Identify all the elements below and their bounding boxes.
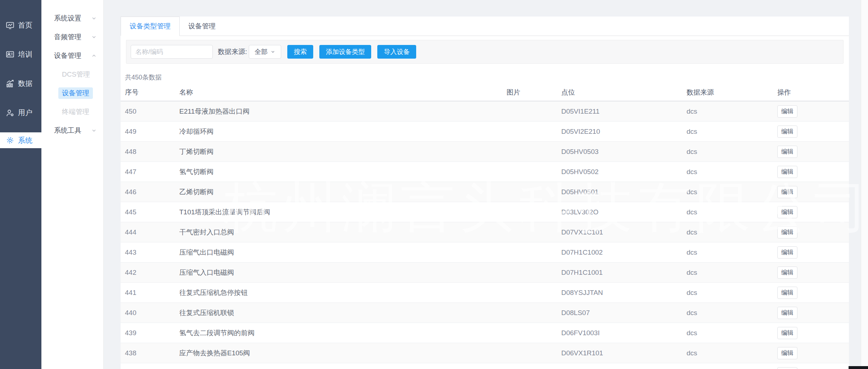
edit-button[interactable]: 编辑 (777, 186, 797, 198)
cell-source: dcs (687, 188, 777, 196)
edit-button[interactable]: 编辑 (777, 246, 797, 259)
table-row: 438 应产物去换热器E105阀 D06VX1R101 dcs 编辑 (121, 343, 849, 363)
edit-button[interactable]: 编辑 (777, 367, 797, 369)
sidebar-item-label: 培训 (18, 50, 32, 59)
menu-item-terminal-management[interactable]: 终端管理 (41, 102, 103, 121)
edit-button[interactable]: 编辑 (777, 327, 797, 339)
cell-point: D07H1C1001 (561, 269, 687, 277)
cell-no: 445 (125, 208, 179, 216)
edit-button[interactable]: 编辑 (777, 266, 797, 279)
cell-point: D05HV0501 (561, 188, 687, 196)
edit-button[interactable]: 编辑 (777, 287, 797, 299)
cell-source: dcs (687, 148, 777, 156)
cell-point: D05HV0502 (561, 168, 687, 176)
table-row: 447 氢气切断阀 D05HV0502 dcs 编辑 (121, 162, 849, 182)
chevron-down-icon (270, 49, 275, 54)
table-row: 440 往复式压缩机联锁 D08LS07 dcs 编辑 (121, 303, 849, 323)
search-button[interactable]: 搜索 (287, 45, 313, 59)
data-source-select[interactable]: 全部 (249, 45, 281, 59)
sidebar-item-system[interactable]: 系统 (0, 132, 41, 148)
chevron-down-icon (91, 15, 97, 21)
menu-item-audio-management[interactable]: 音频管理 (41, 28, 103, 46)
cell-point: D05VI2E210 (561, 128, 687, 136)
horizontal-scrollbar-thumb[interactable] (849, 366, 868, 369)
menu-item-device-management[interactable]: 设备管理 (41, 46, 103, 65)
sidebar-item-label: 数据 (18, 79, 32, 88)
tab-device-management[interactable]: 设备管理 (180, 17, 224, 36)
cell-no: 449 (125, 128, 179, 136)
cell-name: 往复式压缩机急停按钮 (179, 288, 507, 297)
cell-name: 压缩气出口电磁阀 (179, 248, 507, 257)
add-device-type-button[interactable]: 添加设备类型 (319, 45, 371, 59)
sidebar-item-data[interactable]: 数据 (0, 69, 41, 98)
cell-point: D03LV302O (561, 208, 687, 216)
edit-button[interactable]: 编辑 (777, 307, 797, 319)
cell-source: dcs (687, 128, 777, 136)
sidebar-item-label: 首页 (18, 20, 32, 30)
training-icon (5, 50, 15, 60)
cell-point: D06FV1003I (561, 329, 687, 337)
cell-no: 440 (125, 309, 179, 317)
cell-source: dcs (687, 269, 777, 277)
vertical-scrollbar-track[interactable] (861, 0, 868, 369)
cell-source: dcs (687, 329, 777, 337)
edit-button[interactable]: 编辑 (777, 347, 797, 359)
secondary-menu: 系统设置 音频管理 设备管理 DCS管理 设备管理 终端管理 系统工具 (41, 0, 104, 369)
edit-button[interactable]: 编辑 (777, 146, 797, 158)
cell-point: D06VX1R101 (561, 349, 687, 357)
table-row: 443 压缩气出口电磁阀 D07H1C1002 dcs 编辑 (121, 242, 849, 263)
cell-point: D08LS07 (561, 309, 687, 317)
cell-name: 冷却循环阀 (179, 127, 507, 136)
cell-name: 氢气切断阀 (179, 167, 507, 177)
menu-item-system-settings[interactable]: 系统设置 (41, 9, 103, 28)
table-row: 437 氢气去一段调节阀的前阀 D06FV1002I dcs 编辑 (121, 363, 849, 369)
chevron-down-icon (91, 34, 97, 40)
cell-name: 乙烯切断阀 (179, 187, 507, 197)
main-content: 设备类型管理 设备管理 数据来源: 全部 搜索 添加设备类型 导入设备 共450… (104, 0, 868, 369)
cell-source: dcs (687, 168, 777, 176)
cell-name: E211母液加热器出口阀 (179, 107, 507, 116)
edit-button[interactable]: 编辑 (777, 166, 797, 178)
sidebar-item-users[interactable]: 用户 (0, 98, 41, 127)
col-header-actions: 操作 (777, 88, 845, 97)
cell-source: dcs (687, 349, 777, 357)
sidebar-item-label: 系统 (18, 136, 32, 145)
user-icon (5, 108, 15, 118)
import-device-button[interactable]: 导入设备 (377, 45, 416, 59)
sidebar-item-training[interactable]: 培训 (0, 40, 41, 69)
edit-button[interactable]: 编辑 (777, 206, 797, 218)
edit-button[interactable]: 编辑 (777, 126, 797, 138)
cell-name: 氢气去二段调节阀的前阀 (179, 328, 507, 338)
chevron-down-icon (91, 128, 97, 133)
cell-no: 441 (125, 289, 179, 297)
edit-button[interactable]: 编辑 (777, 105, 797, 118)
search-input[interactable] (131, 45, 213, 59)
device-table: 序号 名称 图片 点位 数据来源 操作 450 E211母液加热器出口阀 D05… (121, 84, 849, 369)
cell-point: D08YSJJTAN (561, 289, 687, 297)
col-header-name: 名称 (179, 88, 507, 97)
menu-item-device-management-sub[interactable]: 设备管理 (41, 84, 103, 102)
table-row: 442 压缩气入口电磁阀 D07H1C1001 dcs 编辑 (121, 263, 849, 283)
content-card: 设备类型管理 设备管理 数据来源: 全部 搜索 添加设备类型 导入设备 共450… (121, 17, 849, 369)
sidebar-item-home[interactable]: 首页 (0, 11, 41, 40)
cell-name: 干气密封入口总阀 (179, 228, 507, 237)
cell-name: 往复式压缩机联锁 (179, 308, 507, 318)
tab-bar: 设备类型管理 设备管理 (121, 17, 849, 36)
menu-item-system-tools[interactable]: 系统工具 (41, 121, 103, 140)
table-row: 439 氢气去二段调节阀的前阀 D06FV1003I dcs 编辑 (121, 323, 849, 343)
edit-button[interactable]: 编辑 (777, 226, 797, 238)
cell-source: dcs (687, 108, 777, 115)
cell-name: 应产物去换热器E105阀 (179, 348, 507, 358)
tab-device-type-management[interactable]: 设备类型管理 (121, 17, 180, 36)
cell-no: 442 (125, 269, 179, 277)
cell-no: 446 (125, 188, 179, 196)
home-icon (5, 20, 15, 31)
table-header: 序号 名称 图片 点位 数据来源 操作 (121, 84, 849, 101)
menu-item-dcs-management[interactable]: DCS管理 (41, 65, 103, 84)
col-header-point: 点位 (561, 88, 687, 97)
cell-source: dcs (687, 289, 777, 297)
cell-no: 447 (125, 168, 179, 176)
cell-point: D07H1C1002 (561, 249, 687, 256)
cell-point: D05HV0503 (561, 148, 687, 156)
table-row: 445 T101塔顶采出流量调节阀后阀 D03LV302O dcs 编辑 (121, 202, 849, 222)
